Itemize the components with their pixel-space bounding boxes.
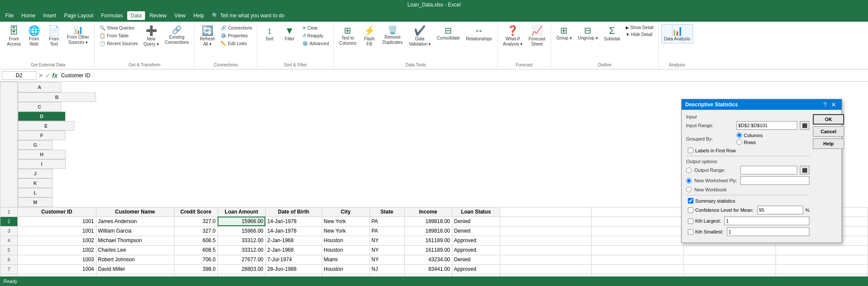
cell-g7[interactable]: NJ: [370, 264, 404, 274]
edit-links-button[interactable]: ✏️ Edit Links: [218, 40, 254, 47]
cell-ref-input[interactable]: D2: [2, 71, 36, 80]
new-workbook-radio[interactable]: [686, 187, 692, 192]
cell-c5[interactable]: 608.5: [174, 245, 218, 255]
kth-smallest-field[interactable]: [727, 227, 809, 236]
cell-d4[interactable]: 33312.00: [218, 236, 265, 245]
cell-h6[interactable]: 43234.00: [404, 255, 452, 264]
col-header-g[interactable]: G: [18, 140, 53, 150]
filter-button[interactable]: ▼ Filter: [280, 24, 299, 43]
confidence-level-field[interactable]: [757, 206, 804, 214]
row-num-6[interactable]: 6: [0, 255, 18, 264]
cell-f6[interactable]: Miami: [322, 255, 370, 264]
cell-a4[interactable]: 1002: [18, 236, 96, 245]
from-access-button[interactable]: 🗄 FromAccess: [4, 24, 23, 49]
dialog-close-btn[interactable]: ✕: [829, 102, 838, 108]
cell-f5[interactable]: Houston: [322, 245, 370, 255]
cell-c3[interactable]: 327.0: [174, 226, 218, 236]
menu-data[interactable]: Data: [127, 11, 145, 20]
output-range-field[interactable]: [740, 166, 797, 174]
cell-f4[interactable]: Houston: [322, 236, 370, 245]
cell-d5[interactable]: 33312.00: [218, 245, 265, 255]
group-button[interactable]: ⊞ Group ▾: [554, 24, 574, 43]
ungroup-button[interactable]: ⊟ Ungroup ▾: [575, 24, 601, 43]
cell-a3[interactable]: 1001: [18, 226, 96, 236]
col-header-m[interactable]: M: [18, 197, 53, 207]
refresh-all-button[interactable]: 🔄 RefreshAll ▾: [197, 24, 218, 49]
grouped-by-rows-radio[interactable]: [736, 139, 742, 145]
recent-sources-button[interactable]: 🕐 Recent Sources: [97, 40, 140, 47]
menu-help[interactable]: Help: [190, 11, 208, 20]
new-worksheet-field[interactable]: [740, 176, 809, 185]
clear-button[interactable]: ✕ Clear: [300, 24, 331, 32]
cell-a7[interactable]: 1004: [18, 264, 96, 274]
header-loan-amount[interactable]: Loan Amount: [218, 207, 265, 217]
menu-insert[interactable]: Insert: [40, 11, 59, 20]
dialog-help-btn[interactable]: ?: [822, 102, 828, 108]
new-query-button[interactable]: ➕ NewQuery ▾: [141, 24, 162, 49]
col-header-b[interactable]: B: [18, 92, 96, 102]
flash-fill-button[interactable]: ⚡ FlashFill: [360, 24, 379, 49]
summary-stats-checkbox[interactable]: [688, 198, 693, 204]
header-loan-status[interactable]: Loan Status: [452, 207, 500, 217]
cell-c6[interactable]: 706.0: [174, 255, 218, 264]
cell-b6[interactable]: Robert Johnson: [96, 255, 174, 264]
cell-e4[interactable]: 2-Jan-1968: [265, 236, 322, 245]
kth-largest-field[interactable]: [724, 217, 809, 225]
menu-view[interactable]: View: [171, 11, 189, 20]
col-header-k[interactable]: K: [18, 178, 53, 188]
header-city[interactable]: City: [322, 207, 370, 217]
cell-g4[interactable]: NY: [370, 236, 404, 245]
cell-b2[interactable]: James Anderson: [96, 217, 174, 226]
cell-e7[interactable]: 28-Jun-1988: [265, 264, 322, 274]
row-num-2[interactable]: 2: [0, 217, 18, 226]
cell-h5[interactable]: 161189.00: [404, 245, 452, 255]
cell-b3[interactable]: William Garcia: [96, 226, 174, 236]
help-button[interactable]: Help: [813, 138, 844, 149]
col-header-c[interactable]: C: [18, 102, 61, 112]
cancel-button[interactable]: Cancel: [813, 126, 844, 137]
menu-page-layout[interactable]: Page Layout: [60, 11, 96, 20]
header-credit-score[interactable]: Credit Score: [174, 207, 218, 217]
col-header-e[interactable]: E: [18, 121, 74, 131]
header-customer-name[interactable]: Customer Name: [96, 207, 174, 217]
cross-icon[interactable]: ✕: [38, 72, 43, 79]
subtotal-button[interactable]: Σ Subtotal: [601, 24, 623, 43]
cell-h4[interactable]: 161189.00: [404, 236, 452, 245]
grouped-by-columns-radio[interactable]: [736, 132, 742, 138]
reapply-button[interactable]: ↺ Reapply: [300, 32, 331, 39]
cell-e5[interactable]: 2-Jan-1968: [265, 245, 322, 255]
cell-f2[interactable]: New York: [322, 217, 370, 226]
formula-input[interactable]: Customer ID: [59, 72, 866, 79]
col-header-i[interactable]: I: [18, 159, 66, 169]
grouped-by-columns[interactable]: Columns: [736, 132, 762, 138]
forecast-sheet-button[interactable]: 📈 ForecastSheet: [526, 24, 548, 49]
header-customer-id[interactable]: Customer ID: [18, 207, 96, 217]
input-range-field[interactable]: [736, 121, 797, 130]
cell-d2[interactable]: 15966.00: [218, 217, 265, 226]
col-header-l[interactable]: L: [18, 188, 53, 197]
cell-e3[interactable]: 14-Jan-1978: [265, 226, 322, 236]
data-valid-button[interactable]: ✔️ DataValidation ▾: [406, 24, 433, 49]
fx-icon[interactable]: fx: [52, 72, 57, 79]
cell-g6[interactable]: NY: [370, 255, 404, 264]
cell-e2[interactable]: 14-Jan-1978: [265, 217, 322, 226]
menu-formulas[interactable]: Formulas: [98, 11, 126, 20]
cell-g5[interactable]: NY: [370, 245, 404, 255]
cell-i3[interactable]: Denied: [452, 226, 500, 236]
kth-smallest-checkbox[interactable]: [688, 229, 693, 235]
cell-i2[interactable]: Denied: [452, 217, 500, 226]
row-num-1[interactable]: 1: [0, 207, 18, 217]
col-header-f[interactable]: F: [18, 131, 66, 140]
cell-d7[interactable]: 28803.00: [218, 264, 265, 274]
row-num-5[interactable]: 5: [0, 245, 18, 255]
cell-d3[interactable]: 15966.00: [218, 226, 265, 236]
descriptive-statistics-dialog[interactable]: Descriptive Statistics ? ✕ Input Input R…: [681, 99, 842, 243]
text-to-col-button[interactable]: ⊞ Text toColumns: [337, 24, 359, 48]
menu-home[interactable]: Home: [18, 11, 39, 20]
cell-h7[interactable]: 83441.00: [404, 264, 452, 274]
properties-button[interactable]: ⚙️ Properties: [218, 32, 254, 39]
row-num-7[interactable]: 7: [0, 264, 18, 274]
header-state[interactable]: State: [370, 207, 404, 217]
existing-connections-button[interactable]: 🔗 ExistingConnections: [162, 24, 192, 47]
output-range-radio[interactable]: [686, 168, 692, 173]
